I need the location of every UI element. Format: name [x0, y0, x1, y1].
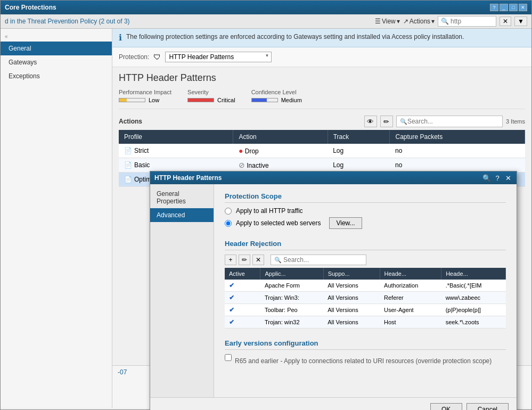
table-row[interactable]: 📄Basic ⊘ Inactive Log no [119, 158, 525, 173]
dialog-main: Protection Scope Apply to all HTTP traff… [214, 184, 517, 397]
sidebar-item-exceptions[interactable]: Exceptions [1, 69, 112, 83]
list-item[interactable]: ✔ Apache Form All Versions Authorization… [225, 280, 506, 292]
toolbar-search-icon: 🔍 [441, 18, 449, 25]
radio-all-http-label: Apply to all HTTP traffic [236, 207, 303, 215]
checkmark-0: ✔ [229, 282, 234, 289]
metrics-row: Performance Impact Low Severity Critical [119, 89, 525, 109]
protection-select[interactable]: HTTP Header Patterns [165, 52, 272, 62]
cancel-button[interactable]: Cancel [466, 403, 509, 410]
checkmark-3: ✔ [229, 318, 234, 326]
protection-icon: 🛡 [153, 53, 161, 61]
confidence-label: Confidence Level [251, 89, 297, 95]
title-bar: Core Protections ? _ □ ✕ [1, 1, 531, 14]
col-profile: Profile [119, 130, 233, 144]
list-item[interactable]: ✔ Toolbar: Peo All Versions User-Agent (… [225, 304, 506, 316]
col-capture: Capture Packets [390, 130, 525, 144]
dialog-help-btn[interactable]: ? [493, 174, 502, 182]
info-banner-text: The following protection settings are en… [126, 33, 464, 40]
confidence-value: Medium [281, 97, 302, 103]
doc-icon: 📄 [124, 176, 132, 183]
dialog-nav-general-props[interactable]: General Properties [150, 187, 214, 208]
top-bar: d in the Threat Prevention Policy (2 out… [1, 14, 531, 29]
radio-all-http: Apply to all HTTP traffic [225, 207, 506, 215]
early-config-label: R65 and earlier - Apply to connections r… [235, 357, 492, 365]
actions-label: Actions [119, 118, 142, 125]
radio-all-http-input[interactable] [225, 208, 232, 215]
performance-value: Low [149, 97, 159, 103]
severity-value: Critical [217, 97, 235, 103]
early-config-checkbox[interactable] [225, 354, 232, 361]
col-action: Action [233, 130, 328, 144]
sidebar-item-gateways[interactable]: Gateways [1, 55, 112, 69]
bottom-link[interactable]: -07 [118, 368, 127, 376]
ok-button[interactable]: OK [430, 403, 462, 410]
list-item[interactable]: ✔ Trojan: win32 All Versions Host seek.*… [225, 316, 506, 329]
rejection-search-box: 🔍 [271, 255, 366, 265]
edit-button[interactable]: ✏ [239, 255, 250, 265]
doc-icon: 📄 [124, 147, 132, 154]
protection-scope-section: Protection Scope Apply to all HTTP traff… [225, 192, 506, 229]
toolbar-clear-button[interactable]: ✕ [500, 17, 511, 26]
edit-icon-button[interactable]: ✏ [380, 116, 393, 127]
table-row[interactable]: 📄Strict ● Drop Log no [119, 144, 525, 158]
list-item[interactable]: ✔ Trojan: Win3: All Versions Referer www… [225, 292, 506, 304]
rejection-toolbar: + ✏ ✕ 🔍 [225, 255, 506, 265]
eye-icon-button[interactable]: 👁 [364, 116, 377, 127]
view-button[interactable]: View... [329, 217, 362, 229]
add-button[interactable]: + [225, 255, 236, 265]
dialog-search-btn[interactable]: 🔍 [482, 174, 491, 182]
actions-bar: Actions 👁 ✏ 🔍 3 Items [119, 116, 525, 127]
action-dot-0: ● [239, 146, 243, 155]
radio-selected-servers-input[interactable] [225, 220, 232, 227]
top-bar-text: d in the Threat Prevention Policy (2 out… [5, 18, 130, 25]
dialog-nav-advanced[interactable]: Advanced [150, 208, 214, 222]
dialog-title: HTTP Header Patterns [154, 174, 222, 182]
performance-impact-label: Performance Impact [119, 89, 171, 95]
toolbar-filter-button[interactable]: ▼ [514, 17, 527, 26]
info-banner: ℹ The following protection settings are … [112, 29, 531, 47]
help-button[interactable]: ? [490, 4, 498, 11]
view-menu[interactable]: ☰ View ▾ [375, 18, 400, 25]
radio-selected-servers-label: Apply to selected web servers [236, 219, 321, 227]
protection-select-wrapper: HTTP Header Patterns [165, 52, 272, 62]
protection-scope-title: Protection Scope [225, 192, 506, 203]
col-applic: Applic... [260, 268, 323, 280]
checkmark-2: ✔ [229, 306, 234, 314]
protection-row: Protection: 🛡 HTTP Header Patterns [112, 47, 531, 67]
severity-label: Severity [187, 89, 209, 95]
severity-metric: Severity Critical [187, 89, 235, 103]
early-config-row: R65 and earlier - Apply to connections r… [225, 354, 506, 365]
maximize-button[interactable]: □ [509, 4, 518, 11]
http-header-dialog: HTTP Header Patterns 🔍 ? ✕ General Prope… [150, 171, 517, 410]
rejection-table: Active Applic... Suppo... Heade... Heade… [225, 268, 506, 329]
col-header1: Heade... [380, 268, 441, 280]
rejection-search-icon: 🔍 [274, 257, 282, 264]
col-track: Track [328, 130, 390, 144]
window-controls: ? _ □ ✕ [490, 4, 527, 11]
dialog-body: General Properties Advanced Protection S… [150, 184, 517, 397]
confidence-bar [251, 98, 278, 102]
col-header2: Heade... [441, 268, 506, 280]
search-box: 🔍 [396, 116, 503, 127]
doc-icon: 📄 [124, 161, 132, 169]
actions-menu[interactable]: ↗ Actions ▾ [403, 18, 435, 25]
dialog-footer: OK Cancel [150, 397, 517, 410]
delete-button[interactable]: ✕ [252, 255, 264, 265]
search-input[interactable] [407, 118, 498, 125]
page-title: HTTP Header Patterns [119, 72, 525, 84]
window-title: Core Protections [5, 4, 56, 11]
toolbar-search-input[interactable] [451, 18, 493, 25]
sidebar-item-general[interactable]: General [1, 42, 112, 55]
col-support: Suppo... [323, 268, 380, 280]
action-dot-1: ⊘ [239, 161, 245, 169]
minimize-button[interactable]: _ [500, 4, 508, 11]
sidebar-collapse-btn[interactable]: « [1, 31, 112, 42]
main-window: Core Protections ? _ □ ✕ d in the Threat… [0, 0, 532, 410]
rejection-search-input[interactable] [283, 256, 363, 264]
close-button[interactable]: ✕ [519, 4, 527, 11]
col-active: Active [225, 268, 260, 280]
sidebar: « General Gateways Exceptions [1, 29, 112, 408]
dialog-close-btn[interactable]: ✕ [504, 174, 512, 182]
dialog-title-bar: HTTP Header Patterns 🔍 ? ✕ [150, 171, 517, 184]
early-config-section: Early versions configuration R65 and ear… [225, 339, 506, 365]
